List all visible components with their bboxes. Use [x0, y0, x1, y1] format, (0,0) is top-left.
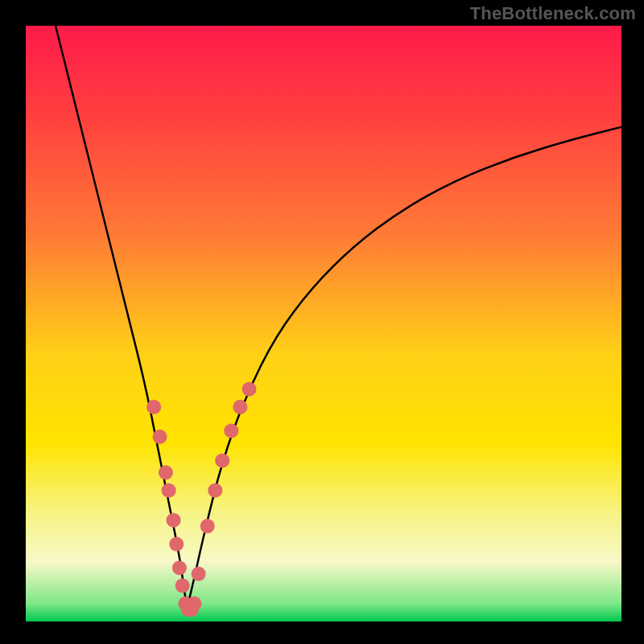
data-marker — [233, 400, 247, 415]
data-marker — [192, 567, 206, 581]
data-marker — [175, 579, 190, 593]
plot-area — [26, 26, 621, 621]
data-marker — [153, 430, 167, 444]
data-marker — [159, 465, 173, 480]
data-marker — [172, 560, 187, 575]
data-marker — [215, 453, 229, 468]
markers-group — [147, 382, 256, 617]
chart-frame: TheBottleneck.com — [0, 0, 644, 644]
data-marker — [242, 382, 257, 396]
data-marker — [167, 513, 181, 527]
data-marker — [208, 483, 222, 497]
bottleneck-curve — [56, 26, 621, 601]
data-marker — [187, 597, 201, 611]
data-marker — [224, 423, 238, 438]
data-marker — [169, 537, 184, 551]
curve-layer — [26, 26, 621, 621]
data-marker — [162, 483, 176, 497]
data-marker — [200, 519, 215, 534]
watermark-text: TheBottleneck.com — [470, 3, 636, 24]
data-marker — [147, 400, 161, 415]
